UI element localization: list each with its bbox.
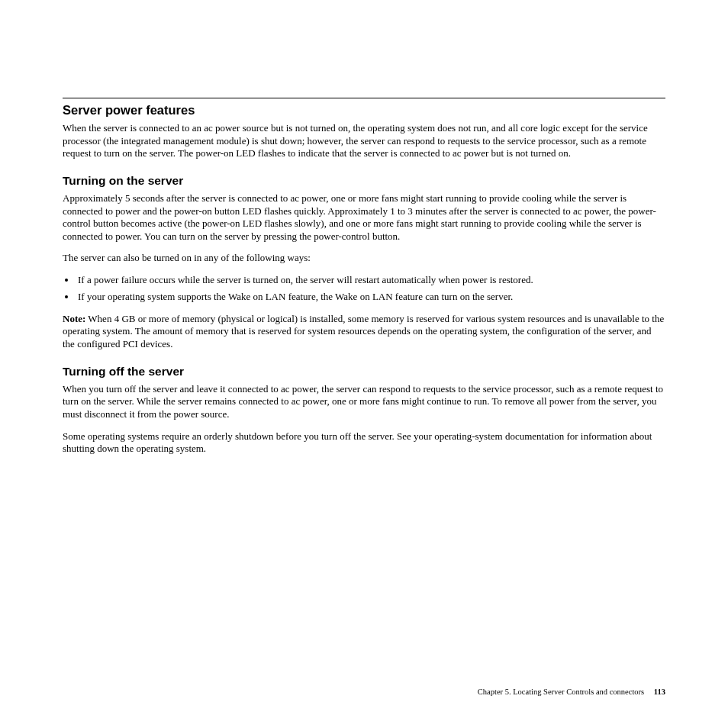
heading-turning-off: Turning off the server	[63, 365, 665, 378]
bullet-list: If a power failure occurs while the serv…	[63, 274, 665, 304]
footer-chapter: Chapter 5. Locating Server Controls and …	[478, 688, 644, 696]
note-label: Note:	[63, 313, 85, 324]
paragraph: Approximately 5 seconds after the server…	[63, 192, 665, 243]
page-footer: Chapter 5. Locating Server Controls and …	[478, 688, 665, 696]
paragraph: When you turn off the server and leave i…	[63, 383, 665, 421]
heading-server-power-features: Server power features	[63, 103, 665, 118]
heading-turning-on: Turning on the server	[63, 174, 665, 188]
paragraph: Some operating systems require an orderl…	[63, 430, 665, 456]
paragraph: The server can also be turned on in any …	[63, 252, 665, 265]
paragraph: When the server is connected to an ac po…	[63, 122, 665, 160]
footer-page-number: 113	[654, 688, 665, 696]
page-container: Server power features When the server is…	[0, 0, 728, 728]
section-rule	[63, 98, 665, 98]
list-item: If your operating system supports the Wa…	[76, 291, 665, 304]
list-item: If a power failure occurs while the serv…	[76, 274, 665, 287]
note-text: When 4 GB or more of memory (physical or…	[63, 313, 664, 350]
note-paragraph: Note: When 4 GB or more of memory (physi…	[63, 313, 665, 351]
